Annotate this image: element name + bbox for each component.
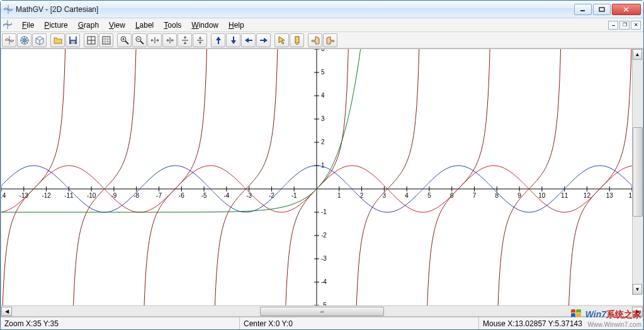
mdi-restore-button[interactable]: ❐ [619,21,630,30]
svg-rect-3 [599,8,604,11]
svg-rect-46 [295,37,299,43]
app-icon [3,4,13,14]
pan-right-icon[interactable] [256,33,271,47]
grid-major-icon[interactable] [84,33,98,47]
svg-rect-18 [71,41,75,44]
zoom-y-out-icon[interactable] [193,33,207,47]
scroll-down-icon[interactable]: ▼ [633,284,642,295]
zoom-x-in-icon[interactable] [147,33,162,47]
open-icon[interactable] [50,33,65,47]
minimize-button[interactable] [574,4,592,15]
zoom-y-in-icon[interactable] [178,33,192,47]
work-area: ▲ ▼ ◀ ▶ [1,48,643,317]
save-icon[interactable] [65,33,80,47]
status-mouse: Mouse X:13.02857 Y:5.37143 [479,317,643,329]
menu-picture[interactable]: Picture [39,20,72,31]
pan-left-icon[interactable] [241,33,256,47]
svg-line-28 [125,41,128,44]
mdi-close-button[interactable]: ✕ [631,21,641,30]
statusbar: Zoom X:35 Y:35 Center X:0 Y:0 Mouse X:13… [1,317,643,329]
titlebar[interactable]: MathGV - [2D Cartesian] [1,1,643,18]
vscroll-thumb[interactable] [633,127,643,217]
app-window: MathGV - [2D Cartesian] FilePictureGraph… [0,0,644,330]
plot-area[interactable]: ▲ ▼ [1,49,643,305]
doc-icon [3,20,13,30]
marker-icon[interactable] [290,33,304,47]
zoom-in-icon[interactable] [117,33,132,47]
3d-icon[interactable] [32,33,47,47]
svg-line-32 [140,41,144,44]
zoom-x-out-icon[interactable] [162,33,177,47]
menu-view[interactable]: View [104,20,130,31]
pan-down-icon[interactable] [226,33,240,47]
menu-tools[interactable]: Tools [159,20,186,31]
vertical-scrollbar[interactable]: ▲ ▼ [632,49,643,295]
scroll-right-icon[interactable]: ▶ [632,307,643,316]
hscroll-thumb[interactable] [260,307,384,316]
horizontal-scrollbar[interactable]: ◀ ▶ [1,305,643,316]
pan-up-icon[interactable] [211,33,225,47]
menubar: FilePictureGraphViewLabelToolsWindowHelp… [1,18,643,32]
status-zoom: Zoom X:35 Y:35 [1,317,240,329]
grid-minor-icon[interactable] [99,33,113,47]
new-2d-icon[interactable] [2,33,16,47]
menu-graph[interactable]: Graph [73,20,104,31]
toolbar [1,32,643,48]
status-center: Center X:0 Y:0 [240,317,479,329]
cursor-info-icon[interactable] [274,33,289,47]
maximize-button[interactable] [593,4,611,15]
svg-rect-17 [71,37,76,40]
plot-canvas[interactable] [1,49,632,305]
zoom-out-icon[interactable] [132,33,147,47]
menu-label[interactable]: Label [130,20,159,31]
hand-left-icon[interactable] [308,33,322,47]
menu-help[interactable]: Help [223,20,249,31]
svg-rect-22 [103,37,110,44]
hand-right-icon[interactable] [323,33,337,47]
menu-window[interactable]: Window [186,20,223,31]
mdi-minimize-button[interactable]: ‒ [608,21,618,30]
scroll-up-icon[interactable]: ▲ [633,49,642,60]
polar-icon[interactable] [17,33,31,47]
menu-file[interactable]: File [17,20,39,31]
window-title: MathGV - [2D Cartesian] [16,5,573,14]
close-button[interactable] [612,4,641,15]
scroll-left-icon[interactable]: ◀ [1,307,12,316]
